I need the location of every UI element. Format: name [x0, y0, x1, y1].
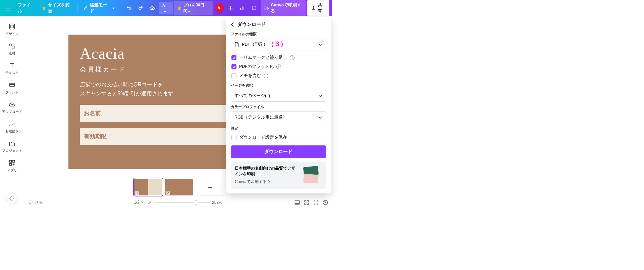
annotation-number-3: （３） [268, 40, 287, 48]
svg-rect-2 [10, 25, 13, 28]
pro-trial-button[interactable]: ♛ プロを30日間… [174, 1, 213, 15]
edit-mode-button[interactable]: 編集モード [80, 0, 118, 16]
document-icon [234, 42, 239, 47]
sidebar-item-design[interactable]: デザイン [2, 20, 22, 39]
help-icon [323, 200, 328, 205]
chevron-down-icon [318, 43, 322, 46]
draw-icon [8, 120, 16, 128]
settings-label: 設定 [231, 126, 326, 131]
pages-label: ページを選択 [231, 83, 326, 88]
fullscreen-button[interactable] [313, 200, 319, 205]
checkbox-row-flatten[interactable]: PDFのフラット化 i [231, 62, 326, 71]
svg-rect-1 [9, 24, 14, 29]
resize-label: サイズを変更 [48, 2, 71, 14]
magic-button[interactable] [6, 193, 17, 204]
undo-icon [126, 5, 131, 11]
card-field-name: お名前 [80, 105, 235, 122]
print-canva-button[interactable]: Canvaで印刷する [261, 0, 306, 16]
notes-icon [28, 200, 33, 205]
share-label: 共有 [318, 2, 325, 14]
sidebar-item-label: プロジェクト [2, 148, 22, 153]
expand-icon [313, 200, 319, 205]
sidebar-item-draw[interactable]: お絵描き [2, 118, 22, 136]
sidebar-item-label: デザイン [5, 32, 19, 36]
print-canva-label: Canvaで印刷する [271, 2, 303, 14]
grid-icon [304, 200, 309, 205]
help-button[interactable] [323, 200, 328, 205]
promo-link[interactable]: Canvaで印刷する [235, 179, 297, 185]
notes-button[interactable]: メモ [28, 199, 43, 205]
design-canvas-card[interactable]: Acacia 会員様カード 店舗でのお支払い時にQRコードをスキャンすると5%割… [68, 35, 246, 169]
svg-rect-6 [9, 161, 11, 163]
sidebar-item-elements[interactable]: 素材 [2, 40, 22, 58]
page-indicator: 1/2ページ [134, 199, 152, 205]
bottombar: メモ 1/2ページ 252% [24, 197, 332, 208]
page-thumbnail-1[interactable]: 1 [134, 179, 162, 195]
checkbox-row-notes[interactable]: メモを含む i [231, 71, 326, 80]
card-subtitle: 会員様カード [80, 65, 235, 74]
color-profile-value: RGB（デジタル用に最適） [234, 115, 287, 120]
page-number: 1 [135, 191, 139, 195]
card-title: Acacia [80, 45, 235, 62]
color-profile-select[interactable]: RGB（デジタル用に最適） [231, 111, 326, 123]
sidebar-item-projects[interactable]: プロジェクト [2, 137, 22, 156]
promo-link-label: Canvaで印刷する [235, 179, 267, 185]
pages-select[interactable]: すべてのページ(2) [231, 90, 326, 102]
checkbox-checked-icon [231, 55, 236, 60]
print-promo: 日本標準の名刺向けの品質でデザインを印刷 Canvaで印刷する [231, 162, 326, 189]
share-button[interactable]: 共有 [307, 0, 329, 16]
add-page-button[interactable]: ＋ [196, 179, 224, 195]
checkbox-unchecked-icon [231, 73, 236, 78]
redo-button[interactable] [136, 2, 146, 14]
sparkle-icon [9, 195, 15, 201]
brand-icon [8, 81, 16, 89]
undo-button[interactable] [124, 2, 134, 14]
comment-button[interactable] [249, 2, 259, 14]
sidebar-item-label: 素材 [9, 51, 15, 56]
file-menu[interactable]: ファイル [14, 0, 37, 16]
avatar[interactable]: A- [215, 3, 224, 13]
panel-back-button[interactable] [231, 22, 234, 27]
panel-title: ダウンロード [237, 21, 266, 28]
comment-icon [251, 5, 257, 11]
svg-point-3 [9, 44, 12, 46]
svg-rect-0 [264, 7, 267, 9]
zoom-slider[interactable] [155, 202, 209, 203]
info-icon[interactable]: i [290, 55, 294, 60]
pro-trial-label: プロを30日間… [183, 2, 209, 14]
svg-rect-9 [295, 200, 299, 203]
pages-value: すべてのページ(2) [234, 93, 270, 99]
folder-icon [8, 140, 16, 147]
crown-icon: ♛ [177, 6, 181, 11]
insights-button[interactable] [237, 2, 248, 14]
sidebar-item-text[interactable]: テキスト [2, 59, 22, 78]
svg-rect-5 [9, 83, 14, 87]
download-button-label: ダウンロード [264, 149, 292, 154]
doc-title[interactable]: A … [159, 2, 173, 14]
hamburger-menu[interactable] [3, 2, 13, 14]
plus-icon: ＋ [207, 183, 213, 192]
cloud-upload-icon [8, 101, 16, 108]
sidebar-item-upload[interactable]: アップロード [2, 98, 22, 117]
promo-image [300, 166, 322, 184]
download-button[interactable]: ダウンロード [231, 145, 326, 158]
edit-mode-label: 編集モード [90, 2, 110, 14]
redo-icon [138, 5, 143, 11]
upload-icon [311, 6, 316, 10]
slider-knob[interactable] [194, 200, 198, 205]
info-icon[interactable]: i [276, 64, 281, 69]
truck-icon [264, 6, 269, 10]
zoom-value: 252% [212, 200, 222, 205]
page-thumbnail-2[interactable]: 2 [165, 179, 193, 195]
apps-icon [8, 159, 16, 167]
resize-button[interactable]: ♛ サイズを変更 [39, 0, 75, 16]
info-icon[interactable]: i [264, 74, 268, 78]
add-collaborator-button[interactable] [225, 2, 235, 14]
grid-view-button[interactable] [304, 200, 309, 205]
thumbnail-view-button[interactable] [294, 200, 300, 205]
sidebar-item-apps[interactable]: アプリ [2, 156, 22, 175]
checkbox-row-trim[interactable]: トリムマークと塗り足し i [231, 53, 326, 62]
cloud-sync-button[interactable] [147, 2, 158, 14]
checkbox-row-save-settings[interactable]: ダウンロード設定を保存 [231, 133, 326, 142]
sidebar-item-brand[interactable]: ブランド [2, 79, 22, 97]
